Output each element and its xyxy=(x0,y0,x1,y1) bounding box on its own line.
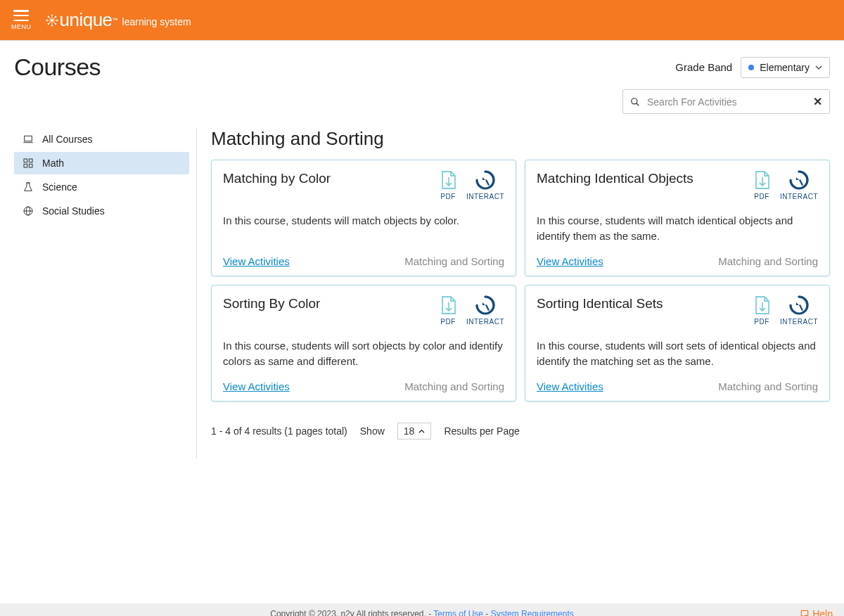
chat-icon xyxy=(800,609,810,616)
interact-button[interactable]: INTERACT xyxy=(780,295,818,326)
pdf-label: PDF xyxy=(754,193,769,200)
pdf-label: PDF xyxy=(754,318,769,326)
svg-rect-17 xyxy=(24,159,27,162)
help-link[interactable]: Help xyxy=(800,608,833,616)
svg-rect-18 xyxy=(29,159,32,162)
per-page-suffix: Results per Page xyxy=(444,425,519,437)
laptop-icon xyxy=(23,134,34,145)
sidebar-item-all-courses[interactable]: All Courses xyxy=(14,128,189,150)
pdf-icon xyxy=(753,295,770,315)
footer-separator: - xyxy=(485,609,490,616)
view-activities-link[interactable]: View Activities xyxy=(537,255,603,267)
blue-dot-icon xyxy=(748,65,754,70)
flask-icon xyxy=(23,181,34,193)
pdf-label: PDF xyxy=(440,193,456,200)
system-requirements-link[interactable]: System Requirements xyxy=(491,609,574,616)
svg-rect-20 xyxy=(29,164,32,167)
sidebar-item-social-studies[interactable]: Social Studies xyxy=(14,200,189,222)
interact-button[interactable]: INTERACT xyxy=(466,295,504,326)
sidebar-item-math[interactable]: Math xyxy=(14,152,189,174)
grid-icon xyxy=(23,158,34,169)
chevron-up-icon xyxy=(418,428,425,435)
page-header: Courses Grade Band Elementary xyxy=(14,53,830,81)
results-text: 1 - 4 of 4 results (1 pages total) xyxy=(211,425,347,437)
interact-icon xyxy=(475,170,495,190)
clear-icon[interactable]: ✕ xyxy=(813,95,822,108)
card-category: Matching and Sorting xyxy=(404,255,504,267)
terms-of-use-link[interactable]: Terms of Use xyxy=(433,609,483,616)
card-category: Matching and Sorting xyxy=(718,255,818,267)
grade-band-control: Grade Band Elementary xyxy=(675,57,830,78)
course-card: Matching Identical Objects PDF xyxy=(525,160,830,276)
search-icon xyxy=(630,97,640,107)
course-card: Sorting Identical Sets PDF xyxy=(525,285,830,402)
snowflake-icon xyxy=(44,13,60,28)
pdf-button[interactable]: PDF xyxy=(440,170,456,200)
interact-label: INTERACT xyxy=(466,318,504,326)
show-label: Show xyxy=(360,425,385,437)
interact-button[interactable]: INTERACT xyxy=(466,170,504,200)
pdf-button[interactable]: PDF xyxy=(753,170,770,200)
interact-label: INTERACT xyxy=(780,318,818,326)
view-activities-link[interactable]: View Activities xyxy=(223,255,290,267)
copyright-text: Copyright © 2023, n2y All rights reserve… xyxy=(270,609,433,616)
interact-label: INTERACT xyxy=(466,193,504,200)
card-title: Sorting By Color xyxy=(223,295,320,313)
interact-button[interactable]: INTERACT xyxy=(780,170,818,200)
menu-button[interactable]: MENU xyxy=(11,10,32,30)
pdf-icon xyxy=(753,170,770,190)
interact-icon xyxy=(475,295,495,315)
view-activities-link[interactable]: View Activities xyxy=(537,380,603,392)
brand-subtitle: learning system xyxy=(122,16,191,27)
sidebar-item-label: All Courses xyxy=(42,134,93,145)
results-per-page-select[interactable]: 18 xyxy=(397,423,432,439)
pdf-label: PDF xyxy=(440,318,456,326)
main-content: Matching and Sorting Matching by Color P… xyxy=(197,128,830,458)
view-activities-link[interactable]: View Activities xyxy=(223,380,290,392)
card-category: Matching and Sorting xyxy=(718,380,818,392)
card-title: Sorting Identical Sets xyxy=(537,295,663,313)
svg-rect-15 xyxy=(25,136,32,141)
sidebar: All Courses Math Science Social Studies xyxy=(14,128,197,458)
brand-name: unique xyxy=(60,9,113,31)
brand-tm: ™ xyxy=(113,17,118,23)
card-description: In this course, students will sort sets … xyxy=(537,338,818,369)
footer: Copyright © 2023, n2y All rights reserve… xyxy=(0,603,844,616)
per-page-value: 18 xyxy=(404,425,415,437)
sidebar-item-label: Science xyxy=(42,181,77,193)
course-card: Sorting By Color PDF xyxy=(211,285,516,402)
course-card: Matching by Color PDF xyxy=(211,160,516,276)
svg-rect-19 xyxy=(24,164,27,167)
card-description: In this course, students will match obje… xyxy=(223,213,504,244)
app-header: MENU unique™ learning system xyxy=(0,0,844,41)
card-description: In this course, students will match iden… xyxy=(537,213,818,244)
search-box[interactable]: ✕ xyxy=(622,89,830,114)
help-label: Help xyxy=(812,608,833,616)
pagination-bar: 1 - 4 of 4 results (1 pages total) Show … xyxy=(211,423,830,439)
brand-logo[interactable]: unique™ learning system xyxy=(44,9,191,31)
grade-band-select[interactable]: Elementary xyxy=(741,57,830,78)
page-title: Courses xyxy=(14,53,101,81)
pdf-button[interactable]: PDF xyxy=(753,295,770,326)
svg-line-14 xyxy=(637,103,639,105)
card-title: Matching Identical Objects xyxy=(537,170,693,188)
interact-icon xyxy=(789,295,809,315)
chevron-down-icon xyxy=(815,64,822,71)
hamburger-icon xyxy=(13,10,29,21)
sidebar-item-label: Social Studies xyxy=(42,205,105,217)
card-title: Matching by Color xyxy=(223,170,331,188)
sidebar-item-science[interactable]: Science xyxy=(14,176,189,198)
interact-label: INTERACT xyxy=(780,193,818,200)
section-title: Matching and Sorting xyxy=(211,128,830,150)
search-input[interactable] xyxy=(647,96,806,108)
pdf-button[interactable]: PDF xyxy=(440,295,456,326)
interact-icon xyxy=(789,170,809,190)
card-description: In this course, students will sort objec… xyxy=(223,338,504,369)
menu-label: MENU xyxy=(11,23,32,30)
pdf-icon xyxy=(440,295,456,315)
svg-point-13 xyxy=(632,98,637,103)
sidebar-item-label: Math xyxy=(42,158,64,169)
cards-grid: Matching by Color PDF xyxy=(211,160,830,402)
globe-icon xyxy=(23,205,34,217)
grade-band-label: Grade Band xyxy=(675,61,732,73)
